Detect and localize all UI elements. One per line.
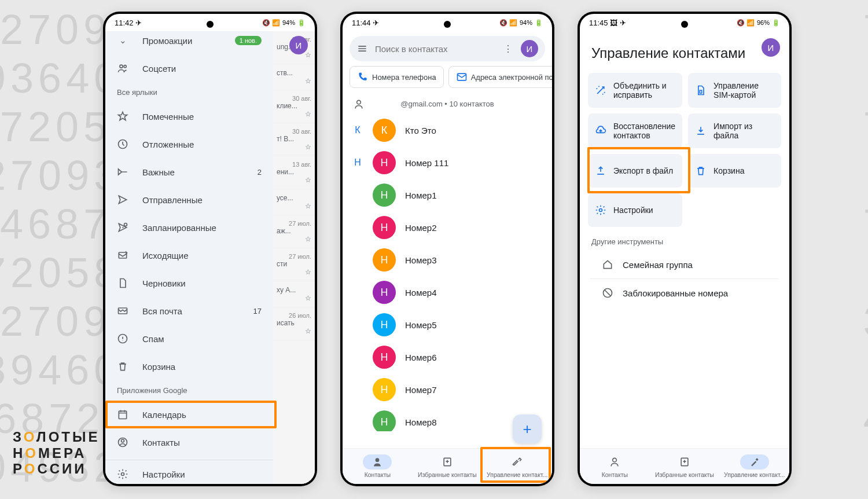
- badge: 1 нов.: [235, 36, 262, 45]
- contact-name: Номер7: [405, 385, 437, 395]
- block-icon: [602, 287, 613, 299]
- section-letter: Н: [352, 157, 363, 168]
- drawer-item[interactable]: Черновики: [105, 269, 273, 297]
- tile-restore[interactable]: Восстановление контактов: [588, 113, 682, 148]
- row-family[interactable]: Семейная группа: [590, 251, 779, 279]
- person-icon: [353, 98, 365, 110]
- people-icon: [117, 63, 128, 74]
- home-icon: [602, 259, 613, 270]
- tile-merge[interactable]: Объединить и исправить: [588, 73, 682, 108]
- status-icons: 🔇 📶 96%🔋: [737, 19, 780, 27]
- contact-name: Номер8: [405, 417, 437, 427]
- section-other-tools: Другие инструменты: [580, 227, 789, 251]
- contact-avatar: Н: [373, 248, 396, 271]
- item-icon: [117, 222, 128, 233]
- account-info[interactable]: @gmail.com • 10 контактов: [343, 94, 552, 114]
- drawer-item[interactable]: Отправленные: [105, 186, 273, 214]
- section-apps: Приложения Google: [105, 380, 273, 401]
- account-avatar[interactable]: И: [289, 36, 308, 54]
- nav-favorites[interactable]: Избранные контакты: [650, 449, 720, 484]
- item-icon: [117, 166, 128, 178]
- trash-icon: [695, 165, 707, 177]
- svg-point-0: [120, 65, 123, 68]
- inbox-peek: 26 июл.исать☆: [273, 307, 315, 340]
- contact-row[interactable]: ННомер4: [343, 276, 552, 309]
- section-letter: К: [352, 125, 363, 135]
- email-icon: [456, 71, 468, 83]
- search-bar[interactable]: ⋮ И: [350, 36, 545, 61]
- camera-notch: [207, 21, 214, 28]
- tile-settings[interactable]: Настройки: [588, 193, 682, 227]
- nav-contacts[interactable]: Контакты: [343, 449, 413, 484]
- label: Промоакции: [142, 36, 192, 46]
- row-blocked[interactable]: Заблокированные номера: [590, 279, 779, 307]
- tile-trash[interactable]: Корзина: [688, 154, 781, 188]
- magic-icon: [595, 85, 606, 96]
- item-icon: [117, 250, 128, 261]
- search-input[interactable]: [375, 44, 495, 54]
- more-icon[interactable]: ⋮: [502, 43, 514, 54]
- drawer-item[interactable]: Запланированные: [105, 214, 273, 241]
- contact-avatar: Н: [373, 313, 396, 336]
- nav-drawer: ⌄ Промоакции 1 нов. Соцсети Все ярлыки П…: [105, 31, 273, 484]
- nav-manage[interactable]: Управление контакт...: [482, 449, 552, 484]
- logo: ЗОЛОТЫЕ НОМЕРА РОССИИ: [13, 429, 100, 477]
- contact-row[interactable]: ННомер7: [343, 373, 552, 406]
- item-icon: [117, 333, 128, 344]
- tile-import[interactable]: Импорт из файла: [688, 113, 781, 148]
- drawer-item[interactable]: Корзина: [105, 353, 273, 380]
- menu-icon[interactable]: [356, 43, 368, 54]
- status-time: 11:44 ✈: [352, 19, 379, 27]
- contact-avatar: Н: [373, 378, 396, 401]
- chip-phone[interactable]: Номера телефона: [350, 66, 444, 88]
- page-title: Управление контактами: [580, 31, 789, 73]
- contact-avatar: Н: [373, 216, 396, 239]
- contact-row[interactable]: ННомер1: [343, 179, 552, 211]
- contact-row[interactable]: КККто Это: [343, 114, 552, 146]
- contact-row[interactable]: ННомер3: [343, 244, 552, 276]
- nav-contacts[interactable]: Контакты: [580, 449, 650, 484]
- drawer-item[interactable]: Вся почта17: [105, 297, 273, 325]
- chip-email[interactable]: Адреса электронной по: [448, 66, 552, 88]
- item-icon: [117, 111, 128, 122]
- drawer-promo[interactable]: ⌄ Промоакции 1 нов.: [105, 31, 273, 54]
- contact-row[interactable]: ННомер2: [343, 211, 552, 244]
- drawer-calendar[interactable]: Календарь: [105, 401, 273, 428]
- drawer-contacts[interactable]: Контакты: [105, 428, 273, 456]
- drawer-item[interactable]: Отложенные: [105, 130, 273, 158]
- nav-manage[interactable]: Управление контакт...: [719, 449, 789, 484]
- drawer-item[interactable]: Спам: [105, 325, 273, 353]
- drawer-settings[interactable]: Настройки: [105, 460, 273, 484]
- inbox-peek: 30 авг.т! В...☆: [273, 123, 315, 156]
- contact-icon: [117, 436, 128, 448]
- bg-decor: 720587: [863, 6, 868, 53]
- svg-point-18: [613, 458, 617, 462]
- contact-row[interactable]: ННомер5: [343, 309, 552, 341]
- status-icons: 🔇 📶 94%🔋: [262, 19, 306, 27]
- drawer-item[interactable]: Помеченные: [105, 102, 273, 130]
- nav-favorites[interactable]: Избранные контакты: [413, 449, 483, 484]
- contact-avatar: Н: [373, 410, 396, 431]
- contact-row[interactable]: ННомер6: [343, 341, 552, 373]
- account-avatar[interactable]: И: [762, 38, 780, 57]
- contact-name: Номер4: [405, 288, 437, 298]
- drawer-item[interactable]: Исходящие: [105, 241, 273, 269]
- drawer-social[interactable]: Соцсети: [105, 54, 273, 82]
- item-icon: [117, 194, 128, 206]
- upload-icon: [595, 165, 606, 177]
- contact-row[interactable]: НННомер 111: [343, 146, 552, 179]
- bg-decor: 394607: [863, 298, 868, 345]
- inbox-peek: 30 авг.клие...☆: [273, 90, 315, 123]
- inbox-peek: ху А...☆: [273, 281, 315, 307]
- drawer-item[interactable]: Важные2: [105, 158, 273, 186]
- contact-name: Номер1: [405, 190, 437, 200]
- svg-rect-4: [119, 252, 126, 258]
- inbox-peek: ств...☆: [273, 64, 315, 90]
- account-avatar[interactable]: И: [521, 40, 538, 57]
- inbox-backdrop: 30 авг.ung...☆ств...☆30 авг.клие...☆30 а…: [273, 31, 315, 484]
- add-contact-fab[interactable]: +: [513, 414, 542, 443]
- tile-sim[interactable]: Управление SIM-картой: [688, 73, 781, 108]
- contact-name: Кто Это: [405, 126, 436, 135]
- status-time: 11:45 🖼 ✈: [589, 19, 626, 27]
- tile-export[interactable]: Экспорт в файл: [588, 154, 682, 188]
